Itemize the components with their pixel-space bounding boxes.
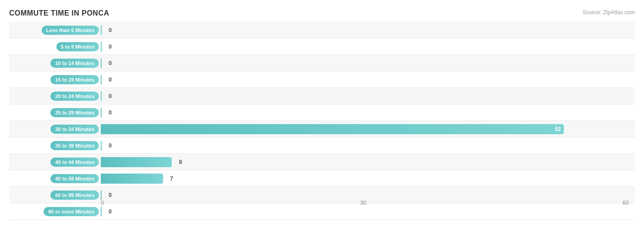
table-row: 5 to 9 Minutes0 [9, 38, 635, 55]
x-axis-label: 30 [360, 200, 366, 206]
bar-area: 0 [101, 38, 635, 55]
table-row: 35 to 39 Minutes0 [9, 137, 635, 154]
bar-value: 0 [109, 109, 112, 116]
table-row: Less than 5 Minutes0 [9, 22, 635, 38]
rows-container: Less than 5 Minutes05 to 9 Minutes010 to… [9, 22, 635, 198]
bar-value: 0 [109, 44, 112, 50]
bar-area: 52 [101, 121, 635, 137]
bar-value: 0 [109, 60, 112, 66]
label-pill: 60 to 89 Minutes [50, 191, 99, 200]
table-row: 15 to 19 Minutes0 [9, 71, 635, 88]
table-row: 40 to 44 Minutes8 [9, 154, 635, 170]
bar-area: 0 [101, 104, 635, 120]
label-pill: 40 to 44 Minutes [50, 158, 99, 167]
label-container: 30 to 34 Minutes [9, 125, 101, 134]
table-row: 45 to 59 Minutes7 [9, 170, 635, 187]
bar-area: 0 [101, 22, 635, 38]
chart-container: COMMUTE TIME IN PONCA Source: ZipAtlas.c… [0, 0, 644, 240]
bar-area: 8 [101, 154, 635, 170]
chart-title: COMMUTE TIME IN PONCA [9, 9, 635, 17]
label-pill: 30 to 34 Minutes [50, 125, 99, 134]
label-container: 20 to 24 Minutes [9, 92, 101, 101]
label-container: 5 to 9 Minutes [9, 42, 101, 51]
bar: 0 [101, 141, 102, 151]
bar-value: 0 [109, 93, 112, 99]
label-container: 45 to 59 Minutes [9, 174, 101, 183]
label-container: 15 to 19 Minutes [9, 75, 101, 84]
label-container: 35 to 39 Minutes [9, 141, 101, 150]
table-row: 25 to 29 Minutes0 [9, 104, 635, 121]
bar-value: 0 [109, 142, 112, 149]
table-row: 10 to 14 Minutes0 [9, 55, 635, 71]
bar: 0 [101, 42, 102, 52]
label-pill: 25 to 29 Minutes [50, 108, 99, 117]
label-pill: 90 or more Minutes [44, 207, 99, 216]
bar-value: 8 [179, 159, 182, 165]
label-pill: 10 to 14 Minutes [50, 59, 99, 68]
bar-value: 0 [109, 192, 112, 198]
table-row: 20 to 24 Minutes0 [9, 88, 635, 104]
bar-area: 0 [101, 137, 635, 153]
bar-area: 7 [101, 170, 635, 186]
bar-value: 52 [555, 126, 561, 132]
label-container: 25 to 29 Minutes [9, 108, 101, 117]
label-pill: 20 to 24 Minutes [50, 92, 99, 101]
bar-area: 0 [101, 71, 635, 87]
label-pill: 35 to 39 Minutes [50, 141, 99, 150]
bar: 7 [101, 174, 163, 184]
x-axis-label: 0 [101, 200, 104, 206]
x-axis-label: 60 [622, 200, 628, 206]
label-pill: 5 to 9 Minutes [56, 42, 99, 51]
source-text: Source: ZipAtlas.com [583, 9, 635, 16]
bar-area: 0 [101, 55, 635, 71]
table-row: 30 to 34 Minutes52 [9, 121, 635, 137]
bar: 0 [101, 75, 102, 85]
label-pill: Less than 5 Minutes [42, 26, 99, 35]
bar-value: 7 [170, 175, 173, 182]
label-container: 60 to 89 Minutes [9, 191, 101, 200]
label-container: 40 to 44 Minutes [9, 158, 101, 167]
bar: 0 [101, 91, 102, 101]
bar: 0 [101, 58, 102, 68]
bar: 8 [101, 157, 172, 167]
x-axis: 03060 [101, 198, 635, 212]
label-pill: 15 to 19 Minutes [50, 75, 99, 84]
bar-value: 0 [109, 27, 112, 33]
bar: 0 [101, 25, 102, 35]
bar: 52 [101, 124, 564, 134]
label-container: Less than 5 Minutes [9, 26, 101, 35]
label-container: 90 or more Minutes [9, 207, 101, 216]
chart-area: Less than 5 Minutes05 to 9 Minutes010 to… [9, 22, 635, 212]
bar-value: 0 [109, 76, 112, 83]
bar: 0 [101, 108, 102, 118]
bar-area: 0 [101, 88, 635, 104]
label-container: 10 to 14 Minutes [9, 59, 101, 68]
label-pill: 45 to 59 Minutes [50, 174, 99, 183]
